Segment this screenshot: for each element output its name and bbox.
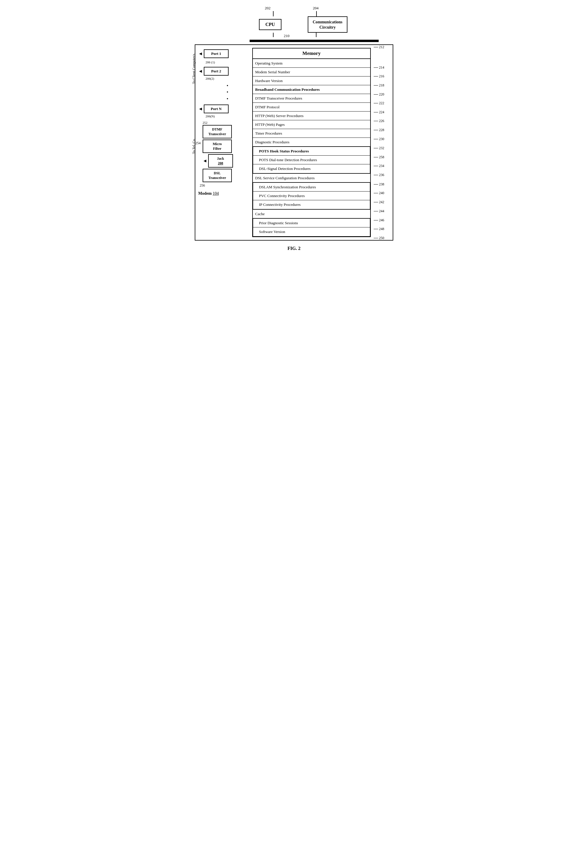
comms-label: Communications Circuitry: [313, 20, 343, 30]
diagram-wrapper: 202 204 CPU Communications Circuitry 210…: [195, 6, 393, 251]
memory-header: Memory: [253, 49, 370, 59]
dots: •••: [205, 83, 249, 102]
cache-section: Cache Prior Diagnostic Sessions Software…: [253, 210, 370, 236]
row-pots-dialtone: POTS Dial-tone Detection Procedures: [253, 156, 370, 164]
ref-258-label: 258: [374, 155, 384, 159]
row-broadband: Broadband Communication Procedures: [253, 85, 370, 94]
row-timer: Timer Procedures: [253, 129, 370, 138]
ref-244-label: 244: [374, 209, 384, 213]
ref-222-label: 222: [374, 101, 384, 105]
port2-box: Port 2: [204, 67, 229, 75]
ref-214-label: 214: [374, 65, 384, 70]
row-dslam: DSLAM Synchronization Procedures: [253, 183, 370, 192]
ref-242-label: 242: [374, 200, 384, 204]
dtmf-transceiver-box: DTMF Transceiver: [202, 125, 232, 139]
ref-250-label: 250: [374, 236, 384, 240]
ref-210: 210: [284, 34, 290, 38]
telco-label: To Tel. Co.: [192, 139, 196, 154]
client-label: To Client Computer/s: [192, 54, 196, 84]
ref-224-label: 224: [374, 110, 384, 114]
ref-206-1: 206 (1): [205, 61, 249, 64]
cache-sub-table: Prior Diagnostic Sessions Software Versi…: [253, 218, 370, 236]
row-serial: Modem Serial Number: [253, 68, 370, 77]
ref-236-label: 236: [374, 173, 384, 177]
memory-section: Memory Operating System Modem Serial Num…: [252, 48, 371, 237]
dsl-sub-table: DSLAM Synchronization Procedures PVC Con…: [253, 183, 370, 209]
modem-label: Modem 104: [198, 190, 249, 196]
ref-256: 256: [200, 183, 249, 188]
ref-206-n: 206(N): [205, 114, 249, 118]
ref-204: 204: [313, 6, 319, 10]
ref-248-label: 248: [374, 227, 384, 231]
ref-226-label: 226: [374, 119, 384, 123]
row-ip: IP Connectivity Procedures: [253, 200, 370, 209]
row-http-pages: HTTP (Web) Pages: [253, 120, 370, 129]
dsl-transceiver-box: DSL Transceiver: [202, 169, 232, 182]
diagnostic-header: Diagnostic Procedures: [253, 138, 370, 146]
ref-234-label: 234: [374, 164, 384, 168]
row-pots-hook: POTS Hook Status Procedures: [253, 147, 370, 156]
ref-216-label: 216: [374, 74, 384, 78]
row-dsl-signal: DSL-Signal Detection Procedures: [253, 164, 370, 173]
left-column: ◄ Port 1 206 (1) ◄ Port 2 206(2) •••: [198, 48, 249, 237]
modem-border: To Client Computer/s To Tel. Co. ◄ Port …: [195, 44, 393, 241]
port1-box: Port 1: [204, 49, 229, 58]
ref-228-label: 228: [374, 128, 384, 132]
cpu-box: CPU: [259, 19, 281, 30]
dsl-header: DSL Service Configuration Procedures: [253, 174, 370, 183]
bus-line: [250, 40, 379, 42]
row-prior-diag: Prior Diagnostic Sessions: [253, 218, 370, 227]
portN-box: Port N: [204, 105, 229, 113]
ref-254: 254: [195, 141, 201, 145]
ref-202: 202: [265, 6, 270, 10]
cell-os: Operating System: [253, 59, 357, 68]
ref-232-label: 232: [374, 146, 384, 151]
ref-212-label: 212: [374, 45, 384, 49]
ref-230-label: 230: [374, 137, 384, 141]
ref-206-2: 206(2): [205, 77, 249, 80]
row-dtmf-trans: DTMF Transceiver Procedures: [253, 94, 370, 103]
row-dtmf-proto: DTMF Protocol: [253, 103, 370, 112]
ref-240-label: 240: [374, 191, 384, 195]
right-refs: 212 214 216 218 220: [374, 48, 390, 237]
jack-box: Jack 208: [208, 154, 233, 168]
diagnostic-sub-table: POTS Hook Status Procedures POTS Dial-to…: [253, 146, 370, 173]
ref-220-label: 220: [374, 92, 384, 97]
row-os: Operating System: [253, 59, 370, 68]
ref-218-label: 218: [374, 83, 384, 88]
comms-box: Communications Circuitry: [308, 16, 347, 33]
dsl-section: DSL Service Configuration Procedures DSL…: [253, 174, 370, 210]
micro-filter-box: Micro Filter: [202, 140, 232, 153]
ref-238-label: 238: [374, 182, 384, 187]
row-sw-version: Software Version: [253, 227, 370, 236]
fig-label: FIG. 2: [195, 246, 393, 251]
diagnostic-section: Diagnostic Procedures POTS Hook Status P…: [253, 138, 370, 174]
row-hw: Hardware Version: [253, 77, 370, 85]
row-pvc: PVC Connectivity Procedures: [253, 192, 370, 200]
cache-header: Cache: [253, 210, 370, 218]
ref-246-label: 246: [374, 218, 384, 223]
cpu-label: CPU: [265, 22, 275, 27]
ref-252: 252: [202, 121, 249, 124]
row-http-server: HTTP (Web) Server Procedures: [253, 112, 370, 120]
